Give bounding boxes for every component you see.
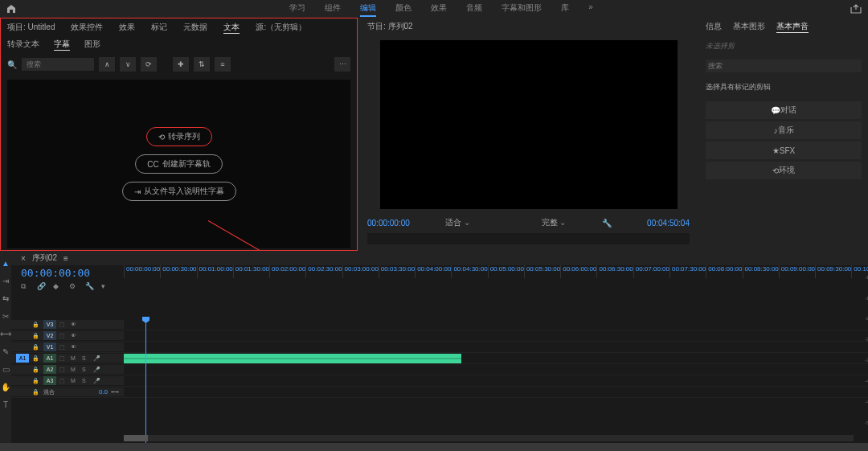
workspace-assembly[interactable]: 组件 bbox=[325, 1, 341, 17]
top-bar: 学习 组件 编辑 颜色 效果 音频 字幕和图形 库 » bbox=[0, 0, 868, 18]
source-panel-tabs: 项目: Untitled 效果控件 效果 标记 元数据 文本 源:（无剪辑） bbox=[1, 18, 357, 37]
audio-type-dialogue[interactable]: 💬 对话 bbox=[706, 101, 862, 119]
type-tool[interactable]: T bbox=[0, 399, 11, 410]
caption-search-input[interactable] bbox=[22, 58, 94, 71]
snap-icon[interactable]: ⧉ bbox=[21, 282, 32, 293]
right-panel-tabs: 信息 基本图形 基本声音 bbox=[706, 18, 862, 36]
timeline-ruler[interactable]: 00:00:00:0000:00:30:0000:01:00:0000:01:3… bbox=[124, 265, 868, 278]
wrench-icon[interactable]: 🔧 bbox=[85, 282, 96, 293]
track-lock-icon[interactable]: 🔒 bbox=[32, 367, 40, 373]
workspace-overflow[interactable]: » bbox=[588, 1, 593, 17]
cc-track-icon[interactable]: ▾ bbox=[101, 282, 113, 293]
marker-icon[interactable]: ◆ bbox=[53, 282, 64, 293]
audio-clip[interactable] bbox=[124, 354, 461, 363]
text-sub-tabs: 转录文本 字幕 图形 bbox=[1, 37, 357, 52]
selection-tool[interactable]: ▲ bbox=[0, 257, 11, 269]
workspace-edit[interactable]: 编辑 bbox=[360, 1, 376, 17]
timeline-panel: × 序列02 ≡ 00:00:00:00 ⧉ 🔗 ◆ ⚙ 🔧 ▾ 00:00:0… bbox=[11, 251, 868, 445]
track-a3[interactable]: 🔒A3⬚MS🎤 bbox=[11, 375, 868, 387]
program-tc-left[interactable]: 00:00:00:00 bbox=[367, 219, 410, 228]
ripple-tool[interactable]: ⇆ bbox=[0, 293, 11, 304]
hand-tool[interactable]: ✋ bbox=[0, 381, 11, 392]
program-video[interactable] bbox=[380, 40, 678, 209]
track-a2[interactable]: 🔒A2⬚MS🎤 bbox=[11, 364, 868, 375]
tab-markers[interactable]: 标记 bbox=[151, 22, 167, 34]
slip-tool[interactable]: ⟷ bbox=[0, 328, 11, 339]
track-select-tool[interactable]: ⇥ bbox=[0, 275, 11, 286]
essential-sound-panel: 信息 基本图形 基本声音 未选择剪 选择具有标记的剪辑 💬 对话 ♪ 音乐 ★ … bbox=[699, 18, 868, 251]
track-lock-icon[interactable]: 🔒 bbox=[32, 378, 40, 384]
pen-tool[interactable]: ✎ bbox=[0, 346, 11, 357]
tab-captions[interactable]: 字幕 bbox=[54, 39, 70, 51]
add-caption-button[interactable]: ✚ bbox=[173, 57, 189, 72]
workspace-learn[interactable]: 学习 bbox=[289, 1, 305, 17]
program-monitor: 节目: 序列02 00:00:00:00 适合 ⌄ 完整 ⌄ 🔧 00:04:5… bbox=[358, 18, 699, 251]
replace-button[interactable]: ⟳ bbox=[141, 57, 157, 72]
tab-essential-graphics[interactable]: 基本图形 bbox=[733, 21, 765, 33]
tab-effects[interactable]: 效果 bbox=[119, 22, 135, 34]
home-icon[interactable] bbox=[6, 4, 16, 14]
track-lock-icon[interactable]: 🔒 bbox=[32, 333, 40, 339]
workspace-audio[interactable]: 音频 bbox=[466, 1, 482, 17]
sequence-name[interactable]: 序列02 bbox=[32, 252, 57, 264]
caption-empty-state: ⟲ 转录序列 CC 创建新字幕轨 ⇥ 从文件导入说明性字幕 bbox=[7, 80, 350, 248]
create-caption-track-button[interactable]: CC 创建新字幕轨 bbox=[135, 154, 222, 174]
program-scrub-bar[interactable] bbox=[367, 233, 690, 244]
tab-essential-sound[interactable]: 基本声音 bbox=[776, 21, 809, 33]
import-caption-button[interactable]: ⇥ 从文件导入说明性字幕 bbox=[122, 182, 236, 201]
timeline-header: × 序列02 ≡ bbox=[11, 251, 868, 265]
tracks: 🔒V3⬚👁 🔒V2⬚👁 🔒V1⬚👁 A1🔒A1⬚MS🎤 🔒A2⬚MS🎤 🔒A3⬚… bbox=[11, 319, 868, 398]
tab-effect-controls[interactable]: 效果控件 bbox=[71, 22, 103, 34]
track-lock-icon[interactable]: 🔒 bbox=[32, 355, 40, 362]
timeline-options: ⧉ 🔗 ◆ ⚙ 🔧 ▾ bbox=[11, 281, 124, 295]
resolution-dropdown[interactable]: 完整 ⌄ bbox=[542, 217, 567, 228]
preset-search-input[interactable] bbox=[706, 59, 862, 72]
caption-menu-button[interactable]: ⋯ bbox=[334, 57, 350, 72]
next-button[interactable]: ∨ bbox=[120, 57, 136, 72]
workspace-tabs: 学习 组件 编辑 颜色 效果 音频 字幕和图形 库 » bbox=[32, 1, 850, 17]
track-v2[interactable]: 🔒V2⬚👁 bbox=[11, 330, 868, 342]
workspace-effects[interactable]: 效果 bbox=[431, 1, 447, 17]
tab-project[interactable]: 项目: Untitled bbox=[7, 22, 55, 34]
audio-type-ambience[interactable]: ⟲ 环境 bbox=[706, 162, 862, 179]
settings-icon[interactable]: ⚙ bbox=[69, 282, 80, 293]
workspace-captions[interactable]: 字幕和图形 bbox=[502, 1, 542, 17]
razor-tool[interactable]: ✂ bbox=[0, 310, 11, 322]
tab-source[interactable]: 源:（无剪辑） bbox=[256, 22, 306, 34]
workspace-library[interactable]: 库 bbox=[561, 1, 569, 17]
status-bar bbox=[0, 443, 868, 451]
workspace-color[interactable]: 颜色 bbox=[395, 1, 411, 17]
split-caption-button[interactable]: ⇅ bbox=[194, 57, 210, 72]
cc-icon: CC bbox=[147, 160, 158, 169]
prev-button[interactable]: ∧ bbox=[99, 57, 115, 72]
caption-toolbar: 🔍 ∧ ∨ ⟳ ✚ ⇅ ≡ ⋯ bbox=[1, 52, 357, 76]
transcribe-sequence-button[interactable]: ⟲ 转录序列 bbox=[146, 127, 212, 146]
tab-info[interactable]: 信息 bbox=[706, 21, 722, 33]
export-icon[interactable] bbox=[850, 4, 862, 14]
rectangle-tool[interactable]: ▭ bbox=[0, 363, 11, 375]
fit-dropdown[interactable]: 适合 ⌄ bbox=[445, 217, 470, 228]
no-selection-msg: 未选择剪 bbox=[706, 36, 862, 56]
track-a1[interactable]: A1🔒A1⬚MS🎤 bbox=[11, 353, 868, 364]
audio-type-music[interactable]: ♪ 音乐 bbox=[706, 121, 862, 139]
track-v3[interactable]: 🔒V3⬚👁 bbox=[11, 319, 868, 330]
audio-type-sfx[interactable]: ★ SFX bbox=[706, 141, 862, 159]
linked-selection-icon[interactable]: 🔗 bbox=[37, 282, 48, 293]
transcribe-icon: ⟲ bbox=[158, 133, 165, 141]
track-mix[interactable]: 🔒混合0.0⟷ bbox=[11, 387, 868, 398]
playhead[interactable] bbox=[145, 319, 146, 451]
timeline-area: ▲ ⇥ ⇆ ✂ ⟷ ✎ ▭ ✋ T × 序列02 ≡ 00:00:00:00 ⧉… bbox=[0, 251, 868, 445]
track-lock-icon[interactable]: 🔒 bbox=[32, 322, 40, 328]
main-panels: 项目: Untitled 效果控件 效果 标记 元数据 文本 源:（无剪辑） 转… bbox=[0, 18, 868, 251]
tab-metadata[interactable]: 元数据 bbox=[183, 22, 207, 34]
track-lock-icon[interactable]: 🔒 bbox=[32, 344, 40, 351]
tab-transcript[interactable]: 转录文本 bbox=[7, 39, 39, 51]
tool-palette: ▲ ⇥ ⇆ ✂ ⟷ ✎ ▭ ✋ T bbox=[0, 251, 11, 445]
timeline-h-scrollbar[interactable] bbox=[124, 435, 854, 441]
settings-icon[interactable]: 🔧 bbox=[602, 219, 612, 228]
tab-text[interactable]: 文本 bbox=[223, 22, 240, 34]
tab-graphics[interactable]: 图形 bbox=[84, 39, 100, 51]
merge-caption-button[interactable]: ≡ bbox=[215, 57, 231, 72]
timeline-timecode[interactable]: 00:00:00:00 bbox=[11, 265, 124, 281]
track-v1[interactable]: 🔒V1⬚👁 bbox=[11, 342, 868, 353]
